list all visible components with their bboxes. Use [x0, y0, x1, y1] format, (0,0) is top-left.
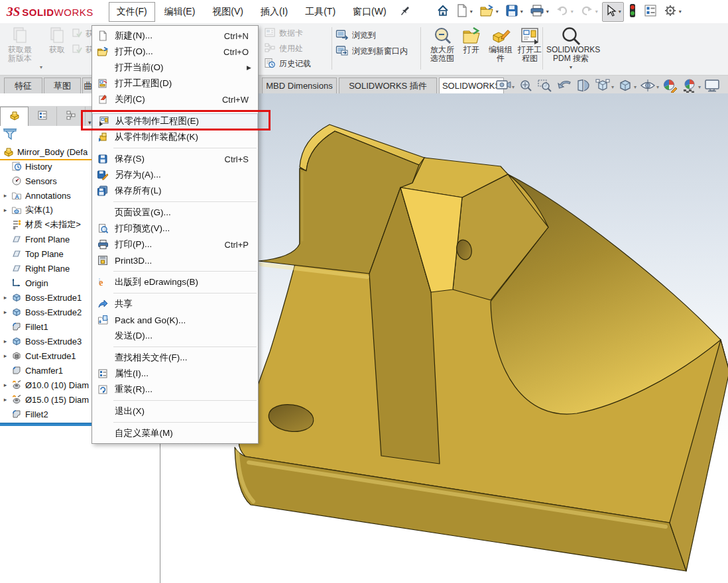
file-menu-item-pack-and-go-k[interactable]: Pack and Go(K)... [92, 312, 258, 328]
file-menu-item-a[interactable]: 另存为(A)... [92, 167, 258, 183]
menu-window[interactable]: 窗口(W) [345, 2, 394, 22]
view-orientation-button[interactable]: ▾ [594, 78, 615, 96]
ribbon-tab-solidworks-addins[interactable]: SOLIDWORKS 插件 [339, 78, 437, 93]
tree-item-label: Ø10.0 (10) Diam [25, 380, 89, 390]
chevron-down-icon[interactable]: ▾ [520, 9, 523, 15]
file-menu-item-o[interactable]: 打开当前(O)▶ [92, 60, 258, 76]
expand-arrow-icon[interactable]: ▸ [0, 294, 11, 301]
view-settings-button[interactable] [703, 78, 721, 96]
ribbon-tab-features[interactable]: 特征 [4, 78, 42, 93]
menu-edit[interactable]: 编辑(E) [156, 2, 204, 22]
extrude-icon [11, 336, 23, 346]
options-button[interactable]: ▾ [661, 2, 684, 22]
chevron-down-icon[interactable]: ▾ [595, 9, 598, 15]
ribbon-tab-sketch[interactable]: 草图 [44, 78, 81, 93]
file-menu-item-m[interactable]: 自定义菜单(M) [92, 425, 258, 441]
menu-shortcut: Ctrl+O [223, 47, 254, 57]
section-view-button[interactable] [575, 78, 592, 96]
zoom-area-button[interactable] [536, 78, 554, 96]
redo-button: ▾ [577, 2, 601, 22]
file-menu-item-o[interactable]: 打开(O)...Ctrl+O [92, 44, 258, 60]
tree-item-label: 实体(1) [25, 204, 53, 216]
file-menu-item-edrawings-b[interactable]: e出版到 eDrawings(B) [92, 274, 258, 290]
menu-insert[interactable]: 插入(I) [253, 2, 296, 22]
chevron-down-icon[interactable]: ▾ [470, 9, 473, 15]
edit-appearance-button[interactable] [662, 78, 679, 96]
rebuild-button[interactable] [625, 1, 640, 23]
home-button[interactable] [434, 2, 452, 22]
zoom-fit-button[interactable] [517, 78, 534, 96]
menu-view[interactable]: 视图(V) [204, 2, 251, 22]
menu-file[interactable]: 文件(F) [109, 2, 155, 22]
menu-item-label: 查找相关文件(F)... [115, 352, 188, 364]
chevron-down-icon[interactable]: ▾ [611, 84, 614, 90]
hide-show-items-button[interactable]: ▾ [639, 78, 660, 96]
ribbon-tab-mbd-dimensions[interactable]: MBD Dimensions [262, 78, 337, 93]
display-style-button[interactable]: ▾ [617, 78, 637, 96]
expand-arrow-icon[interactable]: ▸ [0, 396, 11, 403]
select-tool-button[interactable]: ▾ [602, 2, 624, 22]
chevron-down-icon[interactable]: ▾ [571, 9, 574, 15]
chevron-down-icon[interactable]: ▾ [679, 9, 682, 15]
pdm-search-button[interactable]: SOLIDWORKSPDM 搜索▾ [546, 26, 595, 72]
file-menu-item-i[interactable]: 属性(I)... [92, 366, 258, 382]
expand-arrow-icon[interactable]: ▸ [0, 338, 11, 344]
printer-icon [95, 239, 111, 250]
preview-icon [95, 223, 111, 234]
pin-menu-icon[interactable] [399, 5, 410, 19]
file-properties-button[interactable] [641, 2, 660, 22]
file-menu-item-p[interactable]: 打印(P)...Ctrl+P [92, 237, 258, 252]
chevron-down-icon[interactable]: ▾ [496, 9, 499, 15]
apply-scene-button[interactable]: ▾ [681, 78, 701, 96]
chevron-down-icon[interactable]: ▾ [546, 63, 595, 72]
chevron-down-icon[interactable]: ▾ [698, 84, 701, 90]
fillet-icon [11, 409, 23, 419]
chevron-down-icon[interactable]: ▾ [546, 9, 549, 15]
history-log-button[interactable]: 历史记载 [264, 57, 311, 71]
chevron-down-icon[interactable]: ▾ [619, 9, 621, 15]
save-button[interactable]: ▾ [503, 2, 526, 22]
file-menu-item-x[interactable]: 退出(X) [92, 403, 258, 419]
expand-arrow-icon[interactable]: ▸ [0, 382, 11, 388]
previous-view-button[interactable] [556, 78, 573, 96]
print-button[interactable]: ▾ [527, 2, 552, 22]
file-menu-item-l[interactable]: 保存所有(L) [92, 183, 258, 199]
filter-funnel-icon[interactable] [3, 127, 17, 144]
browse-to-icon [335, 29, 349, 42]
new-document-button[interactable]: ▾ [454, 2, 475, 22]
chevron-down-icon[interactable]: ▾ [512, 84, 515, 90]
open-button[interactable]: ▾ [477, 2, 501, 22]
browse-to-new-window-button[interactable]: 浏览到新窗口内 [335, 44, 408, 58]
chevron-down-icon[interactable]: ▾ [656, 84, 659, 90]
menu-item-label: 打开工程图(D) [115, 78, 172, 89]
file-menu-item-g[interactable]: 页面设置(G)... [92, 205, 258, 221]
expand-arrow-icon[interactable]: ▸ [0, 352, 11, 359]
file-menu-item-d[interactable]: 打开工程图(D) [92, 76, 258, 91]
plane-icon [11, 263, 23, 274]
file-menu-item-f[interactable]: 查找相关文件(F)... [92, 350, 258, 366]
expand-arrow-icon[interactable]: ▸ [0, 207, 11, 213]
file-menu-item-s[interactable]: 保存(S)Ctrl+S [92, 151, 258, 167]
feature-manager-tab[interactable] [0, 107, 29, 126]
property-manager-tab[interactable] [29, 107, 57, 126]
view-capture-button[interactable]: ▾ [495, 78, 515, 96]
menu-item-label: 打开当前(O) [115, 62, 164, 74]
browse-to-button[interactable]: 浏览到 [335, 28, 376, 42]
file-menu-item-r[interactable]: 重装(R)... [92, 382, 258, 398]
file-menu-item-c[interactable]: 关闭(C)Ctrl+W [92, 91, 258, 107]
menu-tools[interactable]: 工具(T) [297, 2, 343, 22]
file-menu-item-d[interactable]: 发送(D)... [92, 328, 258, 344]
file-menu-item-n[interactable]: 新建(N)...Ctrl+N [92, 28, 258, 44]
chevron-down-icon[interactable]: ▾ [634, 84, 637, 90]
ribbon-overflow-arrow[interactable]: ▾ [40, 64, 42, 70]
tree-item-label: Right Plane [25, 264, 70, 274]
menu-item-label: 自定义菜单(M) [115, 427, 173, 439]
menu-item-label: 保存所有(L) [115, 185, 162, 197]
file-menu-item-k[interactable]: 从零件制作装配体(K) [92, 129, 258, 145]
expand-arrow-icon[interactable]: ▸ [0, 309, 11, 315]
menu-item-label: 从零件制作装配体(K) [115, 131, 198, 143]
file-menu-item-print3d[interactable]: Print3D... [92, 252, 258, 268]
file-menu-item-item[interactable]: 共享 [92, 296, 258, 312]
file-menu-item-v[interactable]: 打印预览(V)... [92, 221, 258, 237]
expand-arrow-icon[interactable]: ▸ [0, 192, 11, 199]
